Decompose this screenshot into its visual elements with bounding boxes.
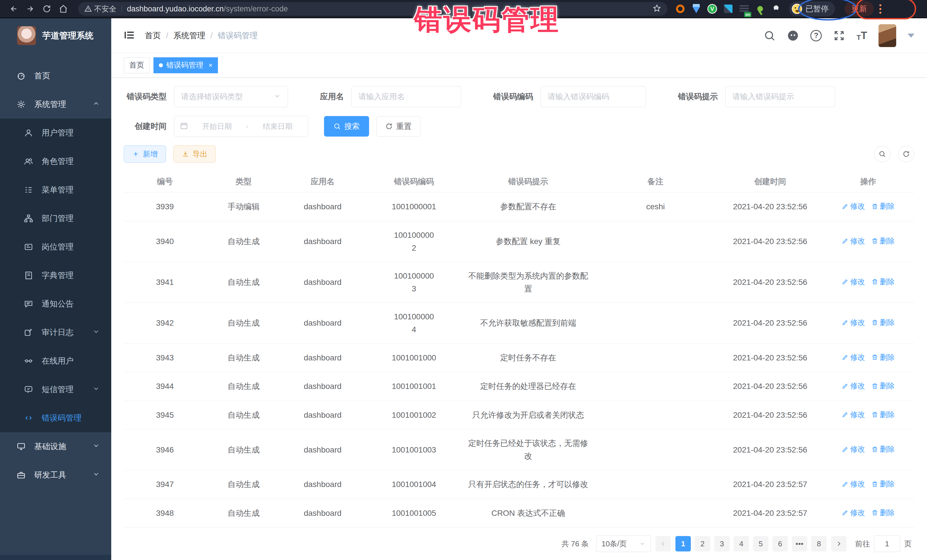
not-secure-warning[interactable]: 不安全	[84, 4, 116, 14]
forward-icon[interactable]	[24, 3, 36, 15]
github-icon[interactable]	[787, 30, 799, 42]
breadcrumb-system[interactable]: 系统管理	[173, 30, 205, 41]
url-bar[interactable]: 不安全 dashboard.yudao.iocoder.cn /system/e…	[78, 2, 667, 16]
avatar[interactable]	[878, 24, 896, 47]
breadcrumb-home[interactable]: 首页	[145, 30, 161, 41]
delete-link[interactable]: 删除	[871, 275, 895, 288]
sidebar-item-devtools[interactable]: 研发工具	[0, 461, 111, 489]
tab-error-code[interactable]: 错误码管理 ×	[153, 57, 218, 73]
menulist-icon	[23, 185, 33, 195]
show-search-button[interactable]	[874, 146, 891, 162]
edit-link[interactable]: 修改	[842, 379, 865, 392]
cell-time: 2021-04-20 23:52:56	[718, 221, 822, 262]
extension-paused-chip[interactable]: 已暂停	[789, 2, 835, 16]
cell-code: 1001001004	[364, 470, 464, 499]
tab-home[interactable]: 首页	[124, 57, 149, 73]
error-code-input[interactable]	[541, 86, 646, 107]
edit-link[interactable]: 修改	[842, 408, 865, 421]
edit-link[interactable]: 修改	[842, 275, 865, 288]
close-icon[interactable]: ×	[208, 61, 213, 69]
sidebar-item-infra[interactable]: 基础设施	[0, 432, 111, 461]
pager-page-3[interactable]: 3	[714, 536, 729, 551]
create-time-range-picker[interactable]: 开始日期 - 结束日期	[174, 116, 308, 137]
roles-icon	[23, 156, 33, 167]
sidebar-item-audit[interactable]: 审计日志	[0, 318, 111, 347]
export-button[interactable]: 导出	[173, 146, 216, 162]
prev-page-button[interactable]	[655, 536, 671, 551]
edit-link[interactable]: 修改	[842, 506, 865, 519]
delete-link[interactable]: 删除	[871, 506, 895, 519]
extension-v-icon[interactable]: V	[707, 3, 718, 14]
extension-gem-icon[interactable]	[691, 3, 702, 14]
edit-link[interactable]: 修改	[842, 235, 865, 247]
sidebar-item-system[interactable]: 系统管理	[0, 90, 111, 118]
extensions-puzzle-icon[interactable]	[771, 3, 781, 14]
sidebar-item-dept[interactable]: 部门管理	[0, 204, 111, 233]
edit-link[interactable]: 修改	[842, 478, 865, 490]
delete-link[interactable]: 删除	[871, 316, 895, 329]
chevron-down-icon[interactable]	[907, 33, 915, 38]
delete-link[interactable]: 删除	[871, 408, 895, 421]
delete-link[interactable]: 删除	[871, 200, 895, 213]
pager-more-button[interactable]: •••	[792, 536, 807, 551]
pager-page-8[interactable]: 8	[811, 536, 827, 551]
sidebar-item-post[interactable]: 岗位管理	[0, 233, 111, 261]
reload-icon[interactable]	[41, 3, 53, 15]
sidebar-item-online[interactable]: 在线用户	[0, 347, 111, 375]
sidebar-item-home[interactable]: 首页	[0, 62, 111, 90]
breadcrumb: 首页 / 系统管理 / 错误码管理	[145, 30, 258, 41]
extension-grid-icon[interactable]	[723, 3, 734, 14]
error-type-select[interactable]: 请选择错误码类型	[174, 86, 288, 107]
next-page-button[interactable]	[831, 536, 846, 551]
help-icon[interactable]: ?	[810, 30, 822, 41]
goto-page-input[interactable]	[874, 536, 900, 552]
home-icon[interactable]	[57, 3, 70, 15]
search-icon[interactable]	[764, 30, 775, 42]
extension-orange-icon[interactable]	[675, 3, 686, 14]
sidebar-item-errcode[interactable]: 错误码管理	[0, 404, 111, 432]
delete-link[interactable]: 删除	[871, 443, 895, 456]
delete-link[interactable]: 删除	[871, 478, 895, 490]
cell-app: dashboard	[281, 429, 364, 470]
back-icon[interactable]	[8, 3, 20, 15]
sidebar-item-sms[interactable]: 短信管理	[0, 375, 111, 404]
sidebar-item-user[interactable]: 用户管理	[0, 118, 111, 147]
pager-page-6[interactable]: 6	[772, 536, 788, 551]
delete-link[interactable]: 删除	[871, 351, 895, 364]
sidebar-item-role[interactable]: 角色管理	[0, 147, 111, 176]
edit-link[interactable]: 修改	[842, 200, 865, 213]
search-button[interactable]: 搜索	[324, 116, 369, 137]
fullscreen-icon[interactable]	[833, 30, 845, 42]
col-time: 创建时间	[718, 171, 822, 193]
sidebar-collapse-bar[interactable]	[0, 555, 111, 560]
error-msg-input[interactable]	[725, 86, 835, 107]
range-separator: -	[246, 122, 249, 131]
reset-button[interactable]: 重置	[377, 116, 421, 137]
browser-update-button[interactable]: 更新	[845, 2, 874, 16]
sidebar-item-dict[interactable]: 字典管理	[0, 261, 111, 290]
page-size-select[interactable]: 10条/页	[596, 536, 651, 552]
sidebar-item-notice[interactable]: 通知公告	[0, 290, 111, 318]
edit-link[interactable]: 修改	[842, 443, 865, 456]
hamburger-icon[interactable]	[124, 29, 135, 42]
edit-link[interactable]: 修改	[842, 316, 865, 329]
extension-scooter-icon[interactable]	[755, 3, 766, 14]
pager-page-2[interactable]: 2	[695, 536, 710, 551]
pager-page-1[interactable]: 1	[675, 536, 691, 551]
font-size-icon[interactable]: TT	[857, 30, 867, 42]
cell-msg: 参数配置不存在	[464, 193, 593, 221]
extension-list-icon[interactable]: on	[739, 3, 749, 14]
browser-menu-icon[interactable]	[879, 4, 881, 14]
pager-page-4[interactable]: 4	[734, 536, 749, 551]
edit-link[interactable]: 修改	[842, 351, 865, 364]
pager-page-5[interactable]: 5	[753, 536, 768, 551]
add-button[interactable]: 新增	[124, 146, 166, 162]
delete-link[interactable]: 删除	[871, 235, 895, 247]
app-name-input[interactable]	[351, 86, 461, 107]
refresh-button[interactable]	[898, 146, 915, 162]
sidebar-item-menu[interactable]: 菜单管理	[0, 176, 111, 204]
cell-actions: 修改删除	[822, 221, 915, 262]
logo-row[interactable]: 芋道管理系统	[0, 18, 111, 53]
bookmark-star-icon[interactable]	[653, 4, 661, 14]
delete-link[interactable]: 删除	[871, 379, 895, 392]
